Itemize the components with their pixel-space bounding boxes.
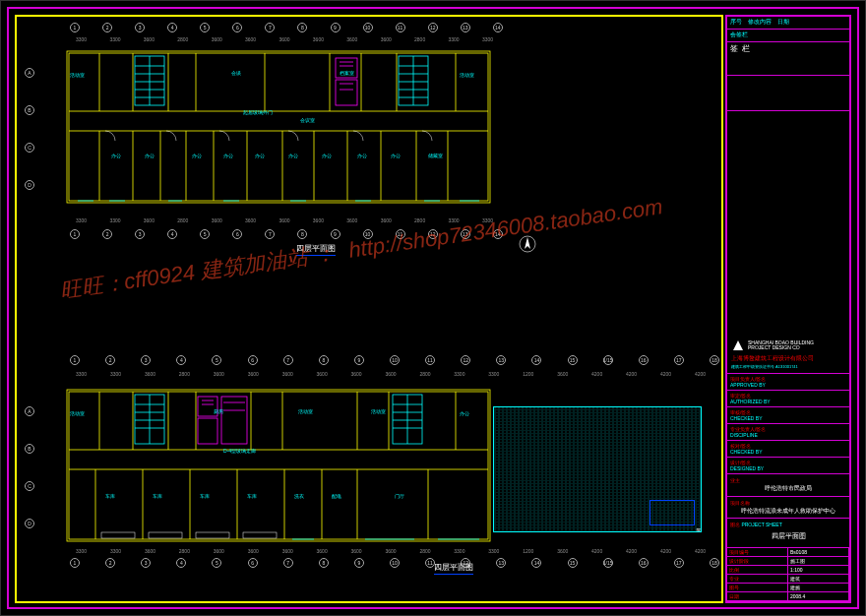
grid-bubble: 12 xyxy=(461,355,470,365)
grid-bubble: 17 xyxy=(674,558,684,568)
grid-bubble: 3 xyxy=(141,558,151,568)
grid-bubble: 1 xyxy=(70,355,80,365)
grid-bubble: A xyxy=(25,68,34,78)
dimension-text: 3300 xyxy=(76,36,87,42)
grid-bubble: 13 xyxy=(496,355,506,365)
dimension-text: 3300 xyxy=(448,217,459,223)
room-labels-lower: 活动室厨房活动室活动室办公车库车库车库车库洗衣配电门厅 xyxy=(66,389,491,542)
dimension-text: 3600 xyxy=(144,36,155,42)
grid-bubble: 4 xyxy=(167,229,177,239)
grid-bubble: 6 xyxy=(248,355,258,365)
grid-bubble: 11 xyxy=(425,355,435,365)
rev-col-desc: 修改内容 xyxy=(748,19,772,27)
dimension-text: 3300 xyxy=(109,217,120,223)
grid-bubble: 8 xyxy=(297,229,307,239)
room-label: 档案室 xyxy=(340,70,354,76)
grid-bubble: 2 xyxy=(105,355,115,365)
dimension-text: 3600 xyxy=(214,548,224,554)
grid-bubble: 3 xyxy=(135,23,145,32)
grid-bubble: C xyxy=(25,481,34,491)
dimension-text: 3300 xyxy=(448,36,459,42)
north-arrow-icon xyxy=(519,235,536,253)
grid-bubble: 16 xyxy=(639,355,649,365)
dimension-text: 1200 xyxy=(523,548,533,554)
floor-plan-upper[interactable]: 活动室会谈会议室档案室活动室办公办公办公办公办公办公办公办公办公储藏室 起居玻璃… xyxy=(66,50,491,204)
dimension-text: 4200 xyxy=(695,548,706,554)
dimensions-lower-bottom: 3300330036002800360036003600360036003600… xyxy=(76,548,706,554)
dimension-text: 3600 xyxy=(212,217,222,223)
dimension-text: 4200 xyxy=(626,371,637,377)
field-authorized: 审定/签名 AUTHORIZED BY xyxy=(727,391,849,407)
field-discipline-lead: 专业负责人/签名 DISCIPLINE xyxy=(727,424,849,441)
dimension-text: 3600 xyxy=(214,371,224,377)
room-label: 储藏室 xyxy=(428,153,443,158)
signature-label: 签栏 xyxy=(730,44,754,53)
room-label: 门厅 xyxy=(395,493,404,499)
dimension-text: 2800 xyxy=(419,548,430,554)
dimension-text: 3300 xyxy=(110,371,121,377)
field-checked: 审核/签名 CHECKED BY xyxy=(727,407,849,424)
grid-bubble: 1 xyxy=(70,23,80,32)
grid-bubble: 6 xyxy=(248,558,258,568)
roof-tag: 屋面板 xyxy=(671,527,702,532)
cad-viewport: 1234567891011121314 33003300360028003600… xyxy=(0,0,866,616)
dimension-text: 4200 xyxy=(591,371,602,377)
plan-title-lower: 四层平面图 xyxy=(434,562,473,575)
company-logo-icon xyxy=(731,339,745,352)
grid-bubble: C xyxy=(25,143,34,153)
dimension-text: 3600 xyxy=(557,548,568,554)
grid-bubble: 14 xyxy=(531,558,541,568)
grid-bubble: 9 xyxy=(331,23,340,32)
company-block: SHANGHAI BOAO BUILDING PROJECT DESIGN CO… xyxy=(727,335,849,374)
dimension-text: 3600 xyxy=(282,548,293,554)
grid-bubble: 10 xyxy=(363,229,373,239)
grid-bubble: 13 xyxy=(461,229,470,239)
dimension-text: 2800 xyxy=(414,217,425,223)
floor-plan-lower[interactable]: 活动室厨房活动室活动室办公车库车库车库车库洗衣配电门厅 D-4型玻璃走廊 xyxy=(66,389,491,542)
room-label: 厨房 xyxy=(214,408,223,414)
dimension-text: 3600 xyxy=(346,36,357,42)
dimension-text: 2800 xyxy=(179,548,190,554)
axis-bubbles-upper-left: ABCD xyxy=(25,68,34,192)
room-label: 办公 xyxy=(111,153,121,158)
dimension-text: 3300 xyxy=(110,548,121,554)
grid-date-lbl: 日期 xyxy=(727,592,788,601)
dimensions-upper-top: 3300330036002800360036003600360036003600… xyxy=(76,36,493,42)
grid-bubble: 8 xyxy=(319,355,329,365)
dimension-text: 4200 xyxy=(591,548,602,554)
dimension-text: 3600 xyxy=(248,548,259,554)
grid-bubble: 1 xyxy=(70,229,80,239)
title-grid: 项目编号 Bs0108 设计阶段 施工图 比例 1:100 专业 建筑 图号 建… xyxy=(727,548,849,601)
grid-bubble: 1 xyxy=(70,558,80,568)
dimension-text: 2800 xyxy=(177,217,188,223)
dimension-text: 3600 xyxy=(313,36,324,42)
room-label: 活动室 xyxy=(70,72,85,78)
grid-bubble: 5 xyxy=(212,558,221,568)
grid-bubble: 16 xyxy=(639,558,649,568)
dimension-text: 4200 xyxy=(695,371,706,377)
grid-bubble: 6 xyxy=(232,23,242,32)
grid-bubble: 7 xyxy=(265,23,275,32)
grid-bubble: 10 xyxy=(390,558,400,568)
room-label: 办公 xyxy=(288,153,298,158)
project-row: 项目名称 呼伦浩特流浪未成年人救助保护中心 xyxy=(727,497,849,519)
grid-bubble: 14 xyxy=(493,23,503,32)
roof-plan-block[interactable]: 屋面板 xyxy=(493,406,702,532)
dimension-text: 4200 xyxy=(660,371,671,377)
dimension-text: 3600 xyxy=(351,548,362,554)
room-label: 活动室 xyxy=(460,72,474,78)
dimension-text: 3600 xyxy=(346,217,357,223)
axis-bubbles-lower-bottom: 1234567891011121314151/15161718 xyxy=(70,558,719,568)
grid-bubble: 2 xyxy=(105,558,115,568)
grid-bubble: 13 xyxy=(496,558,506,568)
dimension-text: 3600 xyxy=(278,36,289,42)
title-block: 序号 修改内容 日期 会签栏 签栏 SHANGHAI BOAO BUILDING… xyxy=(725,15,851,603)
grid-bubble: 15 xyxy=(568,558,578,568)
signature-area: 签栏 xyxy=(727,42,849,76)
dimension-text: 3600 xyxy=(212,36,222,42)
corridor-label-upper: 起居玻璃外门 xyxy=(243,109,273,115)
field-project-lead: 项目负责人/签名 APPROVED BY xyxy=(727,374,849,391)
grid-bubble: 1/15 xyxy=(603,558,613,568)
dimension-text: 3600 xyxy=(351,371,362,377)
room-label: 办公 xyxy=(255,153,265,158)
